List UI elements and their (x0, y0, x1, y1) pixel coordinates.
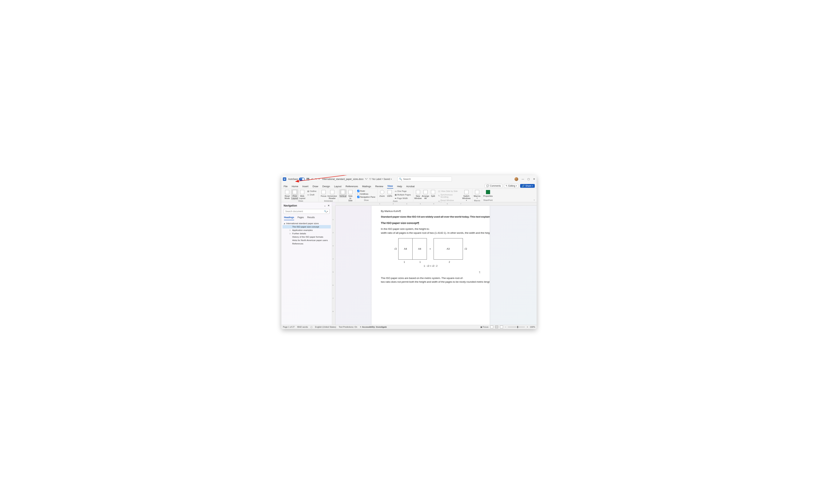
tab-home[interactable]: Home (291, 184, 299, 189)
tab-file[interactable]: File (283, 184, 288, 189)
zoom-in-button[interactable]: + (527, 326, 528, 328)
search-input[interactable]: 🔍 Search (397, 177, 452, 182)
immersive-reader-button[interactable]: Immersive Reader (327, 189, 337, 200)
page-width-button[interactable]: ⬌Page Width (394, 197, 411, 200)
tab-acrobat[interactable]: Acrobat (406, 184, 415, 189)
sensitivity-label[interactable]: 🛡 No Label • Saved ▾ (369, 178, 391, 180)
save-icon[interactable]: 💾 (306, 178, 309, 180)
zoom-button[interactable]: Zoom (378, 189, 386, 198)
one-page-button[interactable]: ▭One Page (394, 190, 411, 193)
status-predictions[interactable]: Text Predictions: On (339, 326, 357, 328)
redo-icon[interactable]: ↷ (315, 178, 317, 180)
zoom-out-button[interactable]: − (505, 326, 506, 328)
vertical-button[interactable]: Vertical (339, 189, 346, 198)
minimize-button[interactable]: — (522, 178, 524, 180)
side-by-side-icon: ▯▯ (438, 190, 440, 192)
autosave-toggle[interactable]: AutoSave On (288, 178, 305, 181)
quick-access-toolbar: 💾 ↶ ↷ ▾ (306, 178, 320, 180)
nav-heading-item[interactable]: ▷Further details (282, 232, 331, 235)
focus-button[interactable]: Focus (320, 189, 327, 198)
read-mode-button[interactable]: Read Mode (284, 189, 291, 200)
share-button[interactable]: 🔗 Share ▾ (520, 184, 535, 188)
tab-mailings[interactable]: Mailings (362, 184, 371, 189)
privacy-icon[interactable]: ✎° (365, 178, 368, 180)
nav-heading-item[interactable]: The ISO paper size concept (282, 225, 331, 228)
tab-draw[interactable]: Draw (312, 184, 318, 189)
draft-button[interactable]: ▭Draft (307, 193, 317, 196)
zoom-level[interactable]: 100% (530, 326, 535, 328)
focus-mode-button[interactable]: ▣ Focus (480, 326, 489, 328)
diagram-a3: A3 (434, 238, 463, 260)
document-page[interactable]: By·Markus·Kuhn¶ Standard·paper·sizes·lik… (371, 206, 490, 325)
spellcheck-icon[interactable]: ▢ (310, 326, 312, 328)
nav-search-input[interactable]: Search document 🔍▾ (284, 209, 329, 214)
tab-references[interactable]: References (345, 184, 358, 189)
comments-button[interactable]: 💬 Comments (485, 184, 503, 188)
user-avatar[interactable] (515, 177, 518, 181)
properties-button[interactable]: Properties (483, 189, 493, 198)
zoom-slider[interactable] (508, 327, 525, 327)
switch-windows-button[interactable]: Switch Windows▾ (462, 189, 471, 202)
horizontal-ruler[interactable]: 1234567 (335, 202, 537, 206)
editing-mode-button[interactable]: ✎ Editing ▾ (504, 184, 519, 188)
tab-layout[interactable]: Layout (334, 184, 342, 189)
nav-tab-pages[interactable]: Pages (297, 216, 304, 220)
maximize-button[interactable]: ▢ (528, 178, 530, 180)
diagram-a4-right: A4 (413, 238, 427, 260)
status-bar: Page 1 of 27 8042 words ▢ English (Unite… (281, 325, 537, 329)
status-page[interactable]: Page 1 of 27 (283, 326, 294, 328)
side-to-side-button[interactable]: Side to Side (347, 189, 354, 202)
doc-intro: Standard·paper·sizes·like·ISO·A4·are·wid… (381, 215, 480, 219)
toggle-on-icon[interactable]: On (299, 178, 305, 181)
new-window-button[interactable]: New Window (415, 189, 422, 200)
vertical-ruler[interactable]: 123 456 78 (332, 206, 335, 325)
word-app-icon: W (283, 177, 286, 181)
arrange-all-button[interactable]: Arrange All (422, 189, 429, 200)
diagram-a4-left: A4 (398, 238, 413, 260)
undo-icon[interactable]: ↶ (311, 178, 313, 180)
macros-button[interactable]: Macros▾ (474, 189, 481, 200)
nav-tab-headings[interactable]: Headings (284, 216, 294, 220)
nav-heading-item[interactable]: ◢International standard paper sizes (282, 222, 331, 225)
nav-search-icon: 🔍▾ (324, 210, 328, 213)
status-accessibility[interactable]: ✳ Accessibility: Investigate (360, 326, 387, 328)
tab-review[interactable]: Review (375, 184, 384, 189)
doc-byline: By·Markus·Kuhn¶ (381, 209, 480, 213)
tab-insert[interactable]: Insert (302, 184, 309, 189)
sync-scroll-button: ⇅Synchronous Scrolling (438, 193, 461, 198)
ruler-checkbox[interactable]: Ruler (357, 190, 375, 192)
tab-view[interactable]: View (387, 184, 393, 189)
nav-heading-item[interactable]: References (282, 242, 331, 245)
print-layout-button[interactable]: Print Layout (291, 189, 298, 200)
tab-design[interactable]: Design (322, 184, 330, 189)
navigation-pane-checkbox[interactable]: Navigation Pane (357, 196, 375, 198)
diagram-labels: 1 1 2 (381, 260, 480, 264)
nav-heading-item[interactable]: ▷Application examples (282, 228, 331, 232)
nav-tree: ◢International standard paper sizesThe I… (281, 220, 332, 325)
status-lang[interactable]: English (United States) (315, 326, 336, 328)
zoom-100-icon (387, 190, 392, 194)
outline-icon: ▤ (307, 190, 309, 192)
status-words[interactable]: 8042 words (297, 326, 308, 328)
view-print-button[interactable] (495, 326, 498, 328)
web-layout-button[interactable]: Web Layout (299, 189, 306, 200)
split-button[interactable]: Split (430, 189, 437, 198)
multiple-pages-button[interactable]: ▦Multiple Pages (394, 193, 411, 196)
nav-heading-item[interactable]: Hints for North American paper users (282, 239, 331, 242)
view-web-button[interactable] (500, 326, 503, 328)
qat-more-icon[interactable]: ▾ (319, 178, 320, 180)
nav-tab-results[interactable]: Results (307, 216, 315, 220)
gridlines-checkbox[interactable]: Gridlines (357, 193, 375, 195)
nav-close-icon[interactable]: ✕ (328, 204, 329, 207)
outline-button[interactable]: ▤Outline (307, 190, 317, 193)
view-read-button[interactable] (490, 326, 493, 328)
new-window-icon (416, 190, 420, 194)
zoom-100-button[interactable]: 100% (386, 189, 393, 198)
one-page-icon: ▭ (395, 190, 396, 192)
nav-heading-item[interactable]: History of the ISO paper formats (282, 235, 331, 239)
close-button[interactable]: ✕ (533, 178, 535, 180)
doc-heading: The·ISO·paper·size·concept¶ (381, 221, 480, 225)
nav-dropdown-icon[interactable]: ⌄ (324, 204, 326, 207)
tab-help[interactable]: Help (396, 184, 402, 189)
collapse-ribbon-button[interactable]: ⌄ (533, 198, 535, 201)
